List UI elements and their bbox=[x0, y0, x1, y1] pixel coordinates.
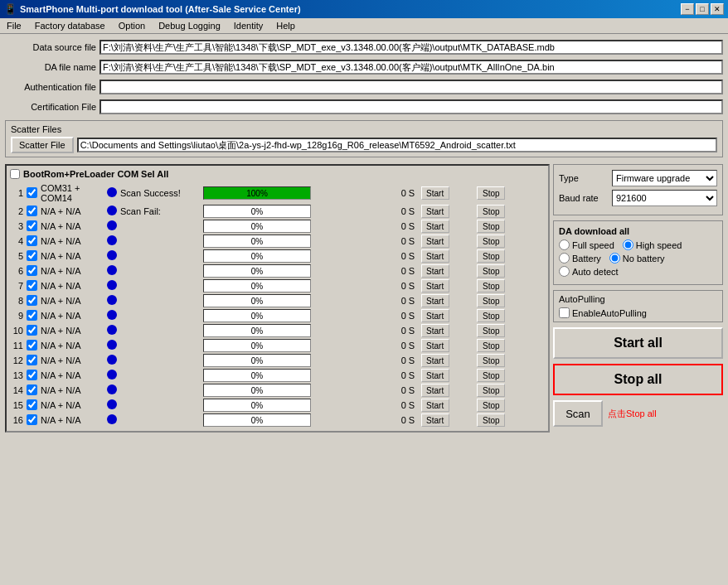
progress-text: 0% bbox=[204, 414, 310, 427]
port-start-button[interactable]: Start bbox=[421, 249, 449, 263]
port-checkbox[interactable] bbox=[27, 325, 37, 336]
port-dot-icon bbox=[107, 220, 117, 230]
port-stop-button[interactable]: Stop bbox=[477, 249, 505, 263]
battery-radio-label[interactable]: Battery bbox=[559, 253, 601, 263]
port-dot-icon bbox=[107, 295, 117, 305]
port-stop-button[interactable]: Stop bbox=[477, 279, 505, 292]
port-start-button[interactable]: Start bbox=[421, 384, 449, 397]
port-stop-button[interactable]: Stop bbox=[477, 205, 505, 218]
port-checkbox[interactable] bbox=[27, 295, 37, 306]
port-time: 0 S bbox=[400, 293, 420, 308]
port-checkbox[interactable] bbox=[27, 235, 37, 246]
port-start-button[interactable]: Start bbox=[421, 205, 449, 218]
port-stop-button[interactable]: Stop bbox=[477, 264, 505, 278]
port-checkbox[interactable] bbox=[27, 340, 37, 351]
port-start-button[interactable]: Start bbox=[421, 324, 449, 337]
high-speed-radio[interactable] bbox=[623, 239, 633, 250]
port-checkbox[interactable] bbox=[27, 399, 37, 410]
menu-factory[interactable]: Factory database bbox=[32, 20, 109, 31]
port-stop-button[interactable]: Stop bbox=[477, 220, 505, 233]
port-stop-button[interactable]: Stop bbox=[477, 234, 505, 248]
port-stop-button[interactable]: Stop bbox=[477, 384, 505, 397]
port-start-button[interactable]: Start bbox=[421, 294, 449, 307]
stop-all-button[interactable]: Stop all bbox=[553, 364, 723, 395]
port-stop-button[interactable]: Stop bbox=[477, 339, 505, 352]
port-stop-button[interactable]: Stop bbox=[477, 186, 505, 200]
port-start-button[interactable]: Start bbox=[421, 369, 449, 382]
port-start-button[interactable]: Start bbox=[421, 399, 449, 412]
no-battery-radio-label[interactable]: No battery bbox=[609, 253, 665, 263]
port-stop-button[interactable]: Stop bbox=[477, 399, 505, 412]
port-indicator-icon bbox=[531, 219, 545, 234]
port-start-button[interactable]: Start bbox=[421, 309, 449, 322]
auto-detect-radio-label[interactable]: Auto detect bbox=[559, 266, 619, 277]
high-speed-radio-label[interactable]: High speed bbox=[623, 239, 682, 250]
port-checkbox[interactable] bbox=[27, 280, 37, 291]
port-checkbox[interactable] bbox=[27, 370, 37, 380]
close-button[interactable]: ✕ bbox=[711, 3, 724, 15]
port-checkbox[interactable] bbox=[27, 187, 37, 198]
port-start-button[interactable]: Start bbox=[421, 354, 449, 367]
menu-file[interactable]: File bbox=[3, 20, 25, 31]
port-start-button[interactable]: Start bbox=[421, 264, 449, 278]
port-start-button[interactable]: Start bbox=[421, 339, 449, 352]
table-row: 13N/A + N/A0%0 SStartStop bbox=[10, 368, 545, 383]
menu-debug[interactable]: Debug Logging bbox=[155, 20, 224, 31]
progress-bar: 0% bbox=[203, 309, 311, 322]
port-dot-icon bbox=[107, 310, 117, 320]
port-name: N/A + N/A bbox=[39, 383, 105, 398]
data-source-input[interactable] bbox=[99, 40, 723, 55]
port-stop-button[interactable]: Stop bbox=[477, 324, 505, 337]
scatter-file-button[interactable]: Scatter File bbox=[11, 137, 74, 153]
full-speed-radio-label[interactable]: Full speed bbox=[559, 239, 614, 250]
progress-bar: 0% bbox=[203, 339, 311, 352]
auth-file-row: Authentication file bbox=[5, 79, 723, 95]
battery-radio[interactable] bbox=[559, 253, 570, 263]
table-row: 16N/A + N/A0%0 SStartStop bbox=[10, 413, 545, 428]
start-all-button[interactable]: Start all bbox=[553, 327, 723, 359]
port-start-button[interactable]: Start bbox=[421, 413, 449, 427]
port-checkbox[interactable] bbox=[27, 414, 37, 425]
da-file-input[interactable] bbox=[99, 60, 723, 75]
baud-select[interactable]: 921600 bbox=[612, 190, 717, 206]
port-checkbox[interactable] bbox=[27, 310, 37, 321]
full-speed-radio[interactable] bbox=[559, 239, 570, 250]
port-number: 6 bbox=[10, 263, 25, 278]
da-download-section: DA download all Full speed High speed Ba… bbox=[553, 220, 723, 285]
port-start-button[interactable]: Start bbox=[421, 279, 449, 292]
port-start-button[interactable]: Start bbox=[421, 234, 449, 248]
port-stop-button[interactable]: Stop bbox=[477, 413, 505, 427]
port-stop-button[interactable]: Stop bbox=[477, 294, 505, 307]
port-stop-button[interactable]: Stop bbox=[477, 369, 505, 382]
port-start-button[interactable]: Start bbox=[421, 186, 449, 200]
port-checkbox[interactable] bbox=[27, 250, 37, 261]
cert-file-label: Certification File bbox=[5, 102, 96, 112]
menu-help[interactable]: Help bbox=[273, 20, 298, 31]
port-status-text bbox=[119, 234, 201, 249]
port-start-button[interactable]: Start bbox=[421, 220, 449, 233]
auth-file-input[interactable] bbox=[99, 80, 723, 94]
maximize-button[interactable]: □ bbox=[696, 3, 709, 15]
enable-auto-pulling-label[interactable]: EnableAutoPulling bbox=[559, 307, 717, 318]
no-battery-radio[interactable] bbox=[609, 253, 620, 263]
cert-file-input[interactable] bbox=[99, 99, 723, 114]
type-select[interactable]: Firmware upgrade bbox=[612, 170, 717, 186]
minimize-button[interactable]: − bbox=[681, 3, 694, 15]
port-checkbox[interactable] bbox=[27, 384, 37, 395]
menu-identity[interactable]: Identity bbox=[231, 20, 266, 31]
menu-option[interactable]: Option bbox=[115, 20, 148, 31]
port-name: N/A + N/A bbox=[39, 263, 105, 278]
auto-detect-radio[interactable] bbox=[559, 266, 570, 277]
port-stop-button[interactable]: Stop bbox=[477, 354, 505, 367]
port-checkbox[interactable] bbox=[27, 265, 37, 276]
com-sel-all-checkbox[interactable] bbox=[10, 169, 20, 179]
port-stop-button[interactable]: Stop bbox=[477, 309, 505, 322]
port-name: N/A + N/A bbox=[39, 308, 105, 323]
enable-auto-pulling-checkbox[interactable] bbox=[559, 307, 570, 318]
port-checkbox[interactable] bbox=[27, 220, 37, 231]
scan-button[interactable]: Scan bbox=[553, 400, 603, 427]
progress-text: 0% bbox=[204, 220, 310, 233]
port-checkbox[interactable] bbox=[27, 355, 37, 365]
port-checkbox[interactable] bbox=[27, 205, 37, 216]
scatter-file-input[interactable] bbox=[77, 138, 717, 152]
